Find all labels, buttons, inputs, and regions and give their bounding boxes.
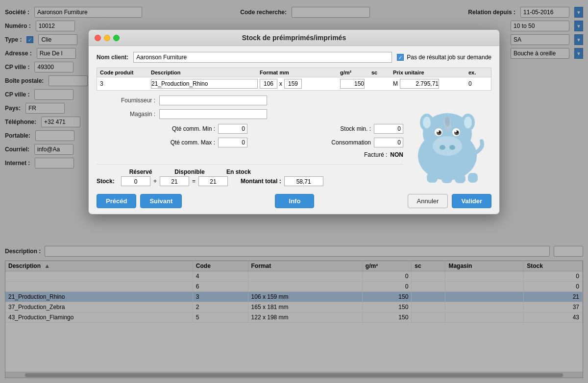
stock-min-label: Stock min. :: [340, 125, 371, 132]
consommation-label: Consommation: [331, 139, 371, 146]
svg-rect-20: [441, 174, 452, 183]
svg-point-6: [433, 136, 462, 156]
facture-label: Facturé :: [364, 151, 387, 158]
svg-point-7: [440, 145, 445, 150]
product-data-row: 3 x M 0: [97, 77, 491, 91]
montant-total-cell: 58,71: [284, 176, 323, 186]
magasin-label: Magasin :: [97, 111, 155, 118]
gsm-input[interactable]: [340, 79, 365, 89]
product-code: 3: [100, 80, 149, 87]
prix-group: M: [393, 79, 466, 89]
suivant-button[interactable]: Suivant: [140, 194, 182, 208]
svg-rect-19: [427, 173, 438, 183]
ph-gsm: g/m²: [340, 70, 369, 75]
rhino-svg: [408, 97, 487, 185]
stock-min-row: Stock min. :: [252, 124, 403, 134]
qte-min-input[interactable]: [218, 124, 247, 134]
maximize-button[interactable]: [113, 35, 120, 41]
disponible-cell: 21: [160, 176, 189, 186]
left-fields: Fournisseur : Magasin : Qté comm. Min :: [97, 96, 403, 186]
pas-resultat-checkbox[interactable]: ✓: [397, 54, 404, 61]
equals-sign: =: [192, 178, 196, 185]
product-description-input[interactable]: [151, 79, 258, 89]
qte-max-row: Qté comm. Max :: [97, 138, 247, 147]
facture-value: NON: [390, 151, 403, 158]
stock-headers: Réservé Disponible En stock: [121, 168, 403, 175]
qte-max-input[interactable]: [218, 138, 247, 147]
ph-sc: sc: [371, 70, 391, 75]
modal-body: Nom client: ✓ Pas de résultat job sur de…: [89, 46, 499, 214]
consommation-input[interactable]: [374, 138, 403, 147]
svg-point-5: [464, 117, 472, 128]
svg-point-8: [449, 145, 455, 150]
prix-label: M: [393, 80, 398, 87]
stock-section: Réservé Disponible En stock Stock: 0 + 2…: [97, 164, 403, 186]
format-cells: x: [260, 79, 338, 89]
qte-min-row: Qté comm. Min :: [97, 124, 247, 134]
stock-row-label: Stock:: [97, 178, 118, 185]
modal-title: Stock de préimprimés/imprimés: [242, 34, 346, 42]
consommation-row: Consommation: [252, 138, 403, 147]
facture-row: Facturé : NON: [97, 151, 403, 158]
reserve-header: Réservé: [121, 168, 160, 175]
svg-point-18: [455, 130, 457, 132]
modal-overlay: Stock de préimprimés/imprimés Nom client…: [0, 0, 588, 383]
ex-value: 0: [468, 80, 488, 87]
window-controls: [95, 35, 120, 41]
en-stock-cell: 21: [198, 176, 228, 186]
valider-button[interactable]: Valider: [452, 194, 491, 208]
product-table-header: Code produit Description Format mm g/m² …: [97, 68, 491, 77]
format-x: x: [279, 80, 282, 87]
annuler-button[interactable]: Annuler: [408, 194, 448, 208]
ph-description: Description: [151, 70, 258, 75]
qte-max-label: Qté comm. Max :: [171, 139, 215, 146]
middle-section: Fournisseur : Magasin : Qté comm. Min :: [97, 96, 491, 186]
modal-buttons: Précéd Suivant Info Annuler Valider: [97, 194, 491, 208]
stock-min-input[interactable]: [374, 124, 403, 134]
modal-titlebar: Stock de préimprimés/imprimés: [89, 30, 499, 46]
fournisseur-input[interactable]: [159, 96, 267, 105]
disponible-header: Disponible: [170, 168, 209, 175]
format-w-input[interactable]: [260, 79, 277, 89]
ph-prix: Prix unitaire: [393, 70, 466, 75]
svg-point-3: [423, 117, 431, 128]
info-button[interactable]: Info: [275, 194, 314, 208]
pas-resultat-label: Pas de résultat job sur demande: [407, 54, 491, 61]
format-h-input[interactable]: [284, 79, 302, 89]
minimize-button[interactable]: [104, 35, 110, 41]
montant-total-label: Montant total :: [241, 178, 281, 185]
client-name-input[interactable]: [133, 52, 392, 63]
svg-rect-21: [455, 174, 466, 183]
magasin-input[interactable]: [159, 109, 267, 119]
en-stock-header: En stock: [219, 168, 258, 175]
qte-min-label: Qté comm. Min :: [172, 125, 215, 132]
modal-dialog: Stock de préimprimés/imprimés Nom client…: [88, 29, 500, 215]
ph-code: Code produit: [100, 70, 149, 75]
preced-button[interactable]: Précéd: [97, 194, 136, 208]
magasin-row: Magasin :: [97, 109, 403, 119]
prix-input[interactable]: [400, 79, 439, 89]
qty-grid: Qté comm. Min : Stock min. : Qté comm. M…: [97, 124, 403, 147]
client-name-label: Nom client:: [97, 54, 128, 61]
ph-format: Format mm: [260, 70, 338, 75]
rhino-image: [403, 96, 491, 186]
client-row: Nom client: ✓ Pas de résultat job sur de…: [97, 52, 491, 63]
stock-values-row: Stock: 0 + 21 = 21 Montant total : 58,71: [97, 176, 403, 186]
svg-rect-22: [468, 173, 478, 183]
close-button[interactable]: [95, 35, 101, 41]
fournisseur-row: Fournisseur :: [97, 96, 403, 105]
fournisseur-label: Fournisseur :: [97, 97, 155, 104]
plus-sign: +: [153, 178, 157, 185]
svg-point-17: [437, 130, 439, 132]
checkbox-row: ✓ Pas de résultat job sur demande: [397, 54, 491, 61]
ph-ex: ex.: [468, 70, 488, 75]
reserve-cell: 0: [121, 176, 150, 186]
